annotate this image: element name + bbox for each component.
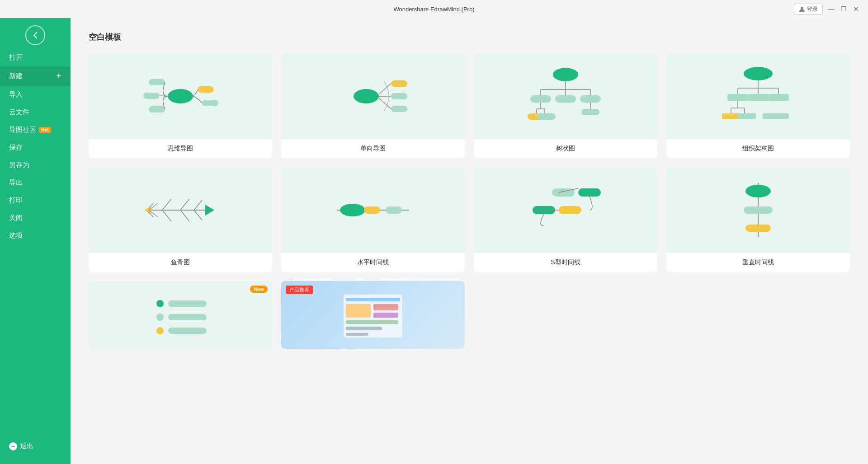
template-oneway-preview — [281, 53, 465, 139]
template-fishbone[interactable]: 鱼骨图 — [89, 167, 272, 272]
template-tree[interactable]: 树状图 — [474, 53, 657, 158]
svg-rect-77 — [168, 328, 207, 334]
svg-rect-17 — [530, 95, 551, 103]
svg-rect-19 — [580, 95, 601, 103]
template-list-preview: New — [89, 281, 272, 349]
svg-marker-54 — [144, 206, 151, 214]
svg-rect-64 — [559, 206, 581, 214]
svg-rect-70 — [744, 206, 773, 214]
sidebar-item-exit[interactable]: − 退出 — [0, 437, 71, 455]
bottom-templates-row: New 产品推荐 — [89, 281, 850, 349]
template-mindmap-preview — [89, 53, 272, 139]
svg-rect-73 — [168, 300, 207, 307]
template-oneway-label: 单向导图 — [281, 139, 465, 158]
template-htimeline[interactable]: 水平时间线 — [281, 167, 465, 272]
svg-rect-41 — [722, 113, 740, 119]
template-org[interactable]: 组织架构图 — [666, 53, 850, 158]
svg-rect-4 — [149, 106, 165, 112]
section-title: 空白模板 — [89, 32, 850, 42]
template-stimeline[interactable]: S型时间线 — [474, 167, 657, 272]
svg-rect-82 — [373, 313, 398, 318]
sidebar-saveas-label: 另存为 — [9, 161, 29, 169]
back-button[interactable] — [25, 25, 45, 45]
svg-rect-3 — [143, 93, 160, 99]
svg-rect-63 — [578, 188, 601, 197]
content-area: 空白模板 — [71, 18, 868, 464]
sidebar-item-export[interactable]: 导出 — [0, 174, 71, 192]
svg-line-46 — [162, 199, 171, 210]
svg-rect-79 — [346, 298, 400, 301]
sidebar-item-print[interactable]: 打印 — [0, 192, 71, 209]
minimize-button[interactable]: — — [826, 5, 835, 14]
window-controls: 登录 — ❐ ✕ — [794, 4, 861, 15]
svg-rect-18 — [555, 95, 576, 103]
template-htimeline-label: 水平时间线 — [281, 253, 465, 272]
sidebar-item-save[interactable]: 保存 — [0, 139, 71, 156]
sidebar-item-saveas[interactable]: 另存为 — [0, 156, 71, 174]
svg-rect-36 — [768, 94, 789, 101]
template-fishbone-label: 鱼骨图 — [89, 253, 272, 272]
sidebar-import-label: 导入 — [9, 90, 23, 99]
svg-line-48 — [194, 200, 202, 210]
svg-rect-60 — [364, 206, 380, 214]
main-layout: 打开 新建 + 导入 云文件 导图社区 Hot 保存 另存为 导出 打印 关闭 — [0, 18, 868, 464]
svg-rect-34 — [727, 94, 748, 101]
svg-rect-80 — [346, 304, 371, 318]
svg-line-49 — [162, 210, 171, 221]
svg-rect-42 — [738, 113, 756, 119]
new-badge: New — [250, 286, 268, 293]
sidebar-save-label: 保存 — [9, 143, 23, 152]
svg-rect-2 — [149, 79, 165, 85]
template-list[interactable]: New — [89, 281, 272, 349]
svg-line-47 — [180, 199, 189, 210]
sidebar-item-new[interactable]: 新建 + — [0, 66, 71, 86]
close-button[interactable]: ✕ — [852, 5, 861, 14]
template-mindmap[interactable]: 思维导图 — [89, 53, 272, 158]
svg-rect-84 — [346, 327, 382, 330]
svg-rect-5 — [198, 86, 214, 93]
sidebar-community-label: 导图社区 — [9, 126, 36, 134]
new-plus-icon: + — [56, 71, 61, 81]
svg-point-59 — [340, 204, 365, 216]
template-product-preview: 产品推荐 — [281, 281, 465, 349]
svg-point-72 — [156, 300, 164, 307]
svg-line-51 — [194, 210, 202, 220]
svg-rect-83 — [346, 320, 398, 324]
sidebar-open-label: 打开 — [9, 53, 23, 62]
sidebar-cloud-label: 云文件 — [9, 108, 29, 117]
sidebar-export-label: 导出 — [9, 178, 23, 187]
login-button[interactable]: 登录 — [794, 4, 823, 15]
sidebar-item-close[interactable]: 关闭 — [0, 209, 71, 227]
user-icon — [799, 6, 805, 12]
hot-badge: Hot — [39, 127, 51, 133]
svg-rect-8 — [391, 80, 407, 87]
sidebar-exit-label: 退出 — [20, 442, 33, 450]
sidebar-options-label: 选项 — [9, 231, 23, 240]
template-htimeline-preview — [281, 167, 465, 253]
svg-marker-45 — [205, 205, 214, 216]
exit-icon: − — [9, 442, 17, 450]
template-stimeline-label: S型时间线 — [474, 253, 657, 272]
svg-rect-43 — [763, 113, 789, 119]
template-vtimeline-preview — [666, 167, 850, 253]
sidebar-item-import[interactable]: 导入 — [0, 86, 71, 103]
restore-button[interactable]: ❐ — [839, 5, 848, 14]
template-org-label: 组织架构图 — [666, 139, 850, 158]
svg-rect-61 — [386, 206, 402, 214]
svg-rect-9 — [391, 93, 407, 99]
sidebar-item-community[interactable]: 导图社区 Hot — [0, 121, 71, 139]
svg-point-7 — [354, 89, 379, 103]
template-fishbone-preview — [89, 167, 272, 253]
sidebar-item-options[interactable]: 选项 — [0, 227, 71, 244]
svg-rect-25 — [538, 113, 556, 120]
template-mindmap-label: 思维导图 — [89, 139, 272, 158]
svg-rect-35 — [748, 94, 769, 101]
svg-point-1 — [168, 89, 193, 103]
template-product[interactable]: 产品推荐 — [281, 281, 465, 349]
template-oneway[interactable]: 单向导图 — [281, 53, 465, 158]
svg-rect-6 — [202, 100, 218, 106]
sidebar-item-open[interactable]: 打开 — [0, 49, 71, 66]
sidebar-item-cloud[interactable]: 云文件 — [0, 103, 71, 121]
template-vtimeline[interactable]: 垂直时间线 — [666, 167, 850, 272]
svg-rect-27 — [581, 109, 599, 115]
